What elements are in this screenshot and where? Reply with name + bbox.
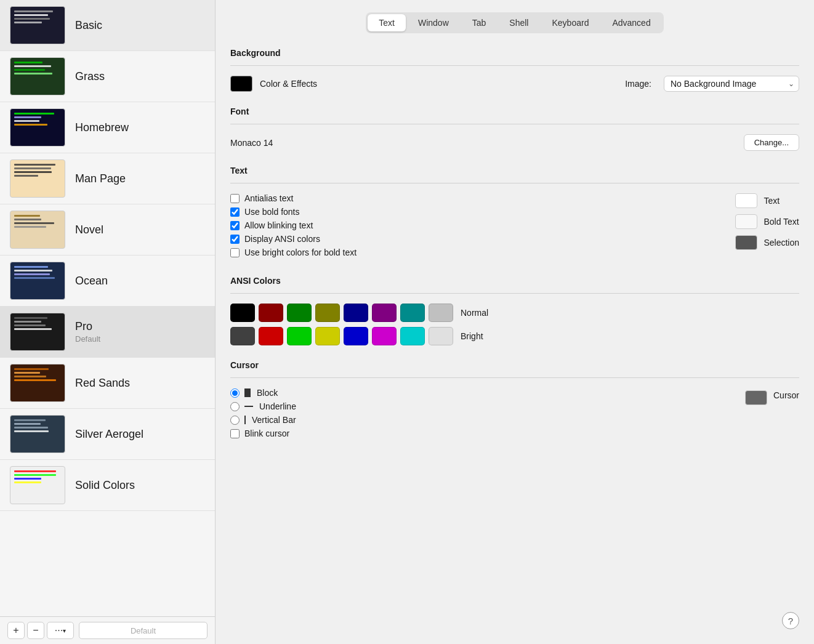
set-default-button[interactable]: Default: [79, 622, 208, 639]
cursor-title: Cursor: [230, 360, 799, 370]
image-select-wrapper: No Background Image Custom Image: [664, 76, 799, 92]
image-label: Image:: [625, 79, 651, 89]
sidebar-item-grass[interactable]: Grass: [0, 51, 215, 102]
ansi-swatch-1-0[interactable]: [230, 327, 255, 345]
underline-cursor-icon: [244, 406, 253, 407]
sidebar-item-pro[interactable]: ProDefault: [0, 307, 215, 358]
text-section: Text Antialias textUse bold fontsAllow b…: [230, 166, 799, 261]
blink-cursor-row: Blink cursor: [230, 429, 720, 438]
cursor-section: Cursor BlockUnderlineVertical BarBlink c…: [230, 360, 799, 442]
sidebar-item-homebrew[interactable]: Homebrew: [0, 102, 215, 153]
checkbox-label-ansi_colors: Display ANSI colors: [244, 234, 320, 244]
cursor-radio-row-underline: Underline: [230, 401, 720, 411]
cursor-radio-block[interactable]: [230, 388, 240, 398]
sidebar-item-manpage[interactable]: Man Page: [0, 153, 215, 204]
checkbox-bright_colors[interactable]: [230, 248, 240, 257]
cursor-col-right: Cursor: [745, 388, 799, 442]
checkbox-row-antialias: Antialias text: [230, 193, 711, 203]
cursor-radio-row-vbar: Vertical Bar: [230, 415, 720, 425]
profile-list: BasicGrassHomebrewMan PageNovelOceanProD…: [0, 0, 215, 616]
cursor-radio-underline[interactable]: [230, 402, 240, 411]
color-label-selection: Selection: [764, 238, 799, 248]
ansi-swatch-0-5[interactable]: [372, 304, 397, 322]
checkbox-ansi_colors[interactable]: [230, 235, 240, 244]
profile-thumb-pro: [10, 313, 65, 351]
checkbox-label-bold_fonts: Use bold fonts: [244, 207, 300, 217]
color-label-row-selection: Selection: [735, 235, 799, 250]
font-title: Font: [230, 107, 799, 116]
ansi-swatch-1-2[interactable]: [287, 327, 312, 345]
profile-thumb-ocean: [10, 262, 65, 300]
checkbox-row-ansi_colors: Display ANSI colors: [230, 234, 711, 244]
ansi-divider: [230, 293, 799, 294]
profile-name-solidcolors: Solid Colors: [75, 479, 135, 492]
more-options-button[interactable]: ··· ▾: [47, 622, 74, 639]
font-row: Monaco 14 Change...: [230, 134, 799, 151]
sidebar-item-redsands[interactable]: Red Sands: [0, 358, 215, 409]
cursor-radio-label-vbar: Vertical Bar: [252, 415, 296, 425]
ansi-swatch-0-0[interactable]: [230, 304, 255, 322]
help-button[interactable]: ?: [782, 612, 799, 629]
text-columns: Antialias textUse bold fontsAllow blinki…: [230, 193, 799, 261]
tab-advanced[interactable]: Advanced: [601, 14, 661, 31]
sidebar-item-basic[interactable]: Basic: [0, 0, 215, 51]
ansi-row-label-normal: Normal: [461, 308, 488, 318]
tab-tab[interactable]: Tab: [461, 14, 498, 31]
cursor-col-left: BlockUnderlineVertical BarBlink cursor: [230, 388, 720, 442]
color-swatch-text[interactable]: [735, 193, 757, 208]
cursor-color-swatch[interactable]: [745, 390, 767, 405]
ansi-swatch-1-4[interactable]: [344, 327, 368, 345]
image-select[interactable]: No Background Image Custom Image: [664, 76, 799, 92]
cursor-radio-label-block: Block: [257, 388, 278, 398]
color-label-text: Text: [764, 196, 780, 206]
ansi-swatch-1-6[interactable]: [400, 327, 425, 345]
color-swatch-bold_text[interactable]: [735, 214, 757, 229]
vbar-cursor-icon: [244, 416, 246, 424]
profile-name-basic: Basic: [75, 19, 102, 32]
cursor-color-label: Cursor: [773, 390, 799, 400]
sidebar-item-novel[interactable]: Novel: [0, 204, 215, 256]
background-row: Color & Effects Image: No Background Ima…: [230, 76, 799, 92]
profile-thumb-grass: [10, 57, 65, 95]
background-color-swatch[interactable]: [230, 76, 252, 92]
checkbox-bold_fonts[interactable]: [230, 207, 240, 217]
font-divider: [230, 124, 799, 124]
remove-profile-button[interactable]: −: [27, 622, 44, 639]
color-swatch-selection[interactable]: [735, 235, 757, 250]
ansi-swatch-0-2[interactable]: [287, 304, 312, 322]
tab-text[interactable]: Text: [368, 14, 406, 31]
color-label-bold_text: Bold Text: [764, 217, 799, 227]
background-title: Background: [230, 48, 799, 58]
checkbox-blinking_text[interactable]: [230, 221, 240, 230]
ansi-swatch-1-3[interactable]: [315, 327, 340, 345]
profile-thumb-redsands: [10, 364, 65, 402]
ansi-swatch-1-1[interactable]: [259, 327, 283, 345]
sidebar-item-silveraerogel[interactable]: Silver Aerogel: [0, 409, 215, 460]
tab-window[interactable]: Window: [407, 14, 460, 31]
ansi-swatch-0-7[interactable]: [429, 304, 453, 322]
ansi-swatch-1-7[interactable]: [429, 327, 453, 345]
ansi-swatch-0-4[interactable]: [344, 304, 368, 322]
blink-cursor-checkbox[interactable]: [230, 429, 240, 438]
ansi-swatch-0-3[interactable]: [315, 304, 340, 322]
sidebar-item-ocean[interactable]: Ocean: [0, 256, 215, 307]
sidebar: BasicGrassHomebrewMan PageNovelOceanProD…: [0, 0, 216, 644]
profile-thumb-basic: [10, 6, 65, 44]
cursor-divider: [230, 377, 799, 378]
ansi-swatch-0-1[interactable]: [259, 304, 283, 322]
tab-shell[interactable]: Shell: [498, 14, 539, 31]
checkbox-row-bold_fonts: Use bold fonts: [230, 207, 711, 217]
ansi-swatch-0-6[interactable]: [400, 304, 425, 322]
profile-thumb-silveraerogel: [10, 415, 65, 453]
tab-keyboard[interactable]: Keyboard: [541, 14, 600, 31]
ansi-swatch-1-5[interactable]: [372, 327, 397, 345]
block-cursor-icon: [244, 388, 251, 397]
profile-name-homebrew: Homebrew: [75, 121, 129, 134]
profile-thumb-manpage: [10, 159, 65, 198]
cursor-radio-vbar[interactable]: [230, 416, 240, 425]
checkbox-antialias[interactable]: [230, 194, 240, 203]
change-font-button[interactable]: Change...: [744, 134, 799, 151]
add-profile-button[interactable]: +: [7, 622, 25, 639]
sidebar-item-solidcolors[interactable]: Solid Colors: [0, 460, 215, 511]
profile-thumb-solidcolors: [10, 466, 65, 504]
